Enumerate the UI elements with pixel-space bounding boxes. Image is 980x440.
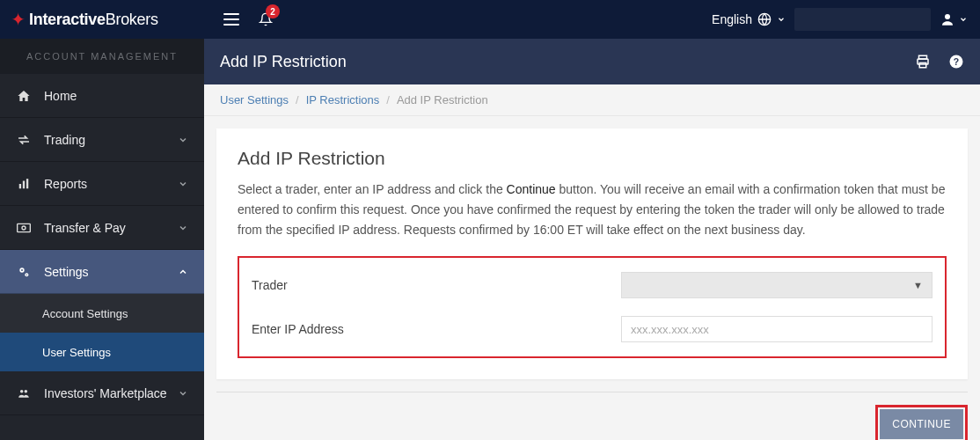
continue-button[interactable]: CONTINUE (880, 409, 963, 439)
card-heading: Add IP Restriction (238, 148, 947, 169)
trader-label: Trader (252, 278, 621, 292)
sidebar-item-marketplace[interactable]: Investors' Marketplace (0, 371, 204, 415)
svg-point-10 (26, 274, 27, 275)
ip-address-label: Enter IP Address (252, 322, 621, 336)
breadcrumb-link[interactable]: IP Restrictions (306, 93, 380, 106)
breadcrumb-separator: / (296, 93, 299, 106)
sidebar-subitem-user-settings[interactable]: User Settings (0, 333, 204, 371)
sidebar-header: ACCOUNT MANAGEMENT (0, 39, 204, 74)
svg-rect-2 (19, 184, 21, 188)
language-label: English (712, 12, 752, 26)
account-info[interactable] (794, 8, 931, 31)
svg-text:?: ? (954, 56, 959, 67)
page-title: Add IP Restriction (220, 53, 347, 71)
breadcrumb-link[interactable]: User Settings (220, 93, 289, 106)
svg-point-11 (20, 389, 24, 392)
print-button[interactable] (915, 54, 931, 70)
user-menu[interactable] (940, 11, 968, 27)
breadcrumb-current: Add IP Restriction (397, 93, 488, 106)
chevron-up-icon (178, 267, 188, 277)
svg-point-1 (945, 14, 950, 19)
footer-actions: CONTINUE (216, 392, 968, 440)
chevron-down-icon (777, 15, 786, 24)
chevron-down-icon (178, 388, 188, 399)
svg-point-12 (25, 389, 28, 392)
sidebar-item-label: Settings (44, 265, 178, 279)
sidebar-subitem-label: Account Settings (42, 307, 128, 320)
svg-rect-4 (26, 179, 28, 188)
gears-icon (16, 265, 32, 279)
svg-point-9 (21, 269, 23, 271)
sidebar-item-settings[interactable]: Settings (0, 250, 204, 294)
help-button[interactable]: ? (948, 54, 964, 70)
sidebar-item-home[interactable]: Home (0, 74, 204, 118)
form-card: Add IP Restriction Select a trader, ente… (216, 128, 968, 379)
sidebar-item-reports[interactable]: Reports (0, 162, 204, 206)
user-icon (940, 11, 955, 27)
sidebar: ACCOUNT MANAGEMENT Home Trading Reports … (0, 39, 204, 440)
language-selector[interactable]: English (712, 12, 786, 26)
chevron-down-icon (178, 179, 188, 189)
breadcrumb: User Settings / IP Restrictions / Add IP… (204, 84, 980, 116)
form-box: Trader ▼ Enter IP Address (238, 256, 947, 358)
trader-select[interactable]: ▼ (621, 272, 932, 298)
sidebar-item-label: Investors' Marketplace (44, 386, 178, 400)
card-description: Select a trader, enter an IP address and… (238, 180, 947, 240)
home-icon (16, 89, 32, 103)
svg-point-6 (22, 226, 26, 230)
svg-rect-5 (18, 224, 31, 231)
logo-text: InteractiveBrokers (29, 11, 158, 29)
page-header: Add IP Restriction ? (204, 39, 980, 84)
breadcrumb-separator: / (386, 93, 390, 106)
notifications-button[interactable]: 2 (259, 11, 273, 27)
sidebar-item-label: Home (44, 89, 188, 103)
continue-highlight: CONTINUE (875, 405, 968, 440)
logo-mark-icon: ✦ (11, 9, 26, 30)
sidebar-subitem-label: User Settings (42, 346, 111, 359)
sidebar-item-label: Trading (44, 133, 178, 147)
sidebar-item-label: Transfer & Pay (44, 221, 178, 235)
dropdown-arrow-icon: ▼ (913, 280, 923, 290)
sidebar-item-trading[interactable]: Trading (0, 118, 204, 162)
chevron-down-icon (178, 223, 188, 233)
sidebar-item-transfer[interactable]: Transfer & Pay (0, 206, 204, 250)
sidebar-item-label: Reports (44, 177, 178, 191)
people-icon (16, 387, 32, 400)
bar-chart-icon (16, 178, 32, 190)
notification-badge: 2 (266, 4, 280, 18)
brand-logo[interactable]: ✦ InteractiveBrokers (0, 0, 204, 39)
exchange-icon (16, 133, 32, 147)
menu-toggle-icon[interactable] (223, 13, 239, 26)
ip-address-input[interactable] (621, 316, 932, 342)
cash-icon (16, 223, 32, 233)
chevron-down-icon (178, 135, 188, 145)
svg-rect-3 (23, 180, 25, 188)
globe-icon (757, 12, 772, 26)
sidebar-subitem-account-settings[interactable]: Account Settings (0, 294, 204, 333)
chevron-down-icon (959, 15, 968, 24)
